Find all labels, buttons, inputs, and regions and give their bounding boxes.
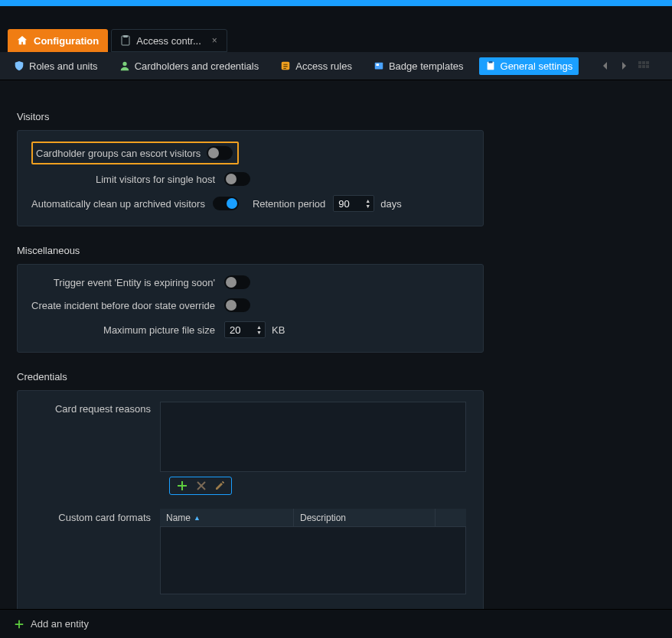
section-title-visitors: Visitors <box>17 111 655 122</box>
clipboard-icon <box>485 60 496 71</box>
label-cleanup-archived: Automatically clean up archived visitors <box>31 198 213 210</box>
subnav-access-rules[interactable]: Access rules <box>274 57 358 75</box>
svg-rect-5 <box>376 63 379 66</box>
stepper-value: 20 <box>230 324 253 336</box>
listbox-card-request-reasons[interactable] <box>160 402 466 472</box>
subnav-cardholders[interactable]: Cardholders and credentials <box>113 57 266 75</box>
column-header-name[interactable]: Name ▲ <box>160 509 294 526</box>
svg-rect-13 <box>646 65 649 68</box>
row-card-request-reasons: Card request reasons <box>31 402 469 472</box>
stepper-arrows-icon[interactable]: ▲▼ <box>256 324 262 335</box>
label-card-request-reasons: Card request reasons <box>31 402 160 415</box>
subnav-label: General settings <box>501 60 573 72</box>
sub-navigation: Roles and units Cardholders and credenti… <box>0 52 672 80</box>
subnav-label: Badge templates <box>389 60 464 72</box>
stepper-arrows-icon[interactable]: ▲▼ <box>365 198 370 209</box>
svg-rect-10 <box>646 61 649 64</box>
home-icon <box>17 35 28 46</box>
add-entity-icon[interactable] <box>14 619 24 630</box>
panel-visitors: Cardholder groups can escort visitors Li… <box>17 130 484 226</box>
add-entity-button[interactable]: Add an entity <box>31 618 89 630</box>
svg-rect-7 <box>488 61 492 63</box>
column-header-name-label: Name <box>166 513 191 523</box>
row-max-picture-size: Maximum picture file size 20 ▲▼ KB <box>31 321 469 338</box>
tab-access-control-label: Access contr... <box>136 35 201 47</box>
toggle-trigger-event[interactable] <box>224 275 250 289</box>
content-area: Visitors Cardholder groups can escort vi… <box>0 80 672 638</box>
unit-days: days <box>380 198 401 210</box>
subnav-general-settings[interactable]: General settings <box>479 57 579 75</box>
footer-bar: Add an entity <box>0 609 672 638</box>
clipboard-icon <box>121 35 130 46</box>
subnav-roles-and-units[interactable]: Roles and units <box>8 57 104 75</box>
table-body-empty[interactable] <box>160 527 466 594</box>
subnav-label: Roles and units <box>29 60 98 72</box>
row-limit-visitors: Limit visitors for single host <box>31 172 469 186</box>
label-limit-visitors: Limit visitors for single host <box>31 174 224 185</box>
section-title-credentials: Credentials <box>17 371 655 382</box>
label-max-picture-size: Maximum picture file size <box>31 324 224 336</box>
label-trigger-event: Trigger event 'Entity is expiring soon' <box>31 277 224 288</box>
label-escort-visitors: Cardholder groups can escort visitors <box>36 148 207 159</box>
stepper-retention-days[interactable]: 90 ▲▼ <box>333 195 374 212</box>
subnav-label: Cardholders and credentials <box>135 60 259 72</box>
label-custom-card-formats: Custom card formats <box>31 509 160 523</box>
edit-icon[interactable] <box>214 480 225 491</box>
svg-rect-8 <box>638 61 641 64</box>
row-escort-visitors: Cardholder groups can escort visitors <box>31 142 239 164</box>
row-incident-override: Create incident before door state overri… <box>31 298 469 312</box>
grid-icon[interactable] <box>638 61 649 70</box>
table-custom-card-formats: Name ▲ Description <box>160 509 466 594</box>
tab-configuration-label: Configuration <box>34 35 99 47</box>
toggle-escort-visitors[interactable] <box>207 146 233 160</box>
tab-configuration[interactable]: Configuration <box>8 29 108 52</box>
toggle-limit-visitors[interactable] <box>224 172 250 186</box>
label-incident-override: Create incident before door state overri… <box>31 300 224 311</box>
svg-rect-9 <box>642 61 645 64</box>
person-icon <box>119 60 130 71</box>
stepper-max-picture-size[interactable]: 20 ▲▼ <box>224 321 266 338</box>
column-header-description-label: Description <box>300 513 346 523</box>
label-retention-period: Retention period <box>253 198 325 210</box>
row-custom-card-formats: Custom card formats Name ▲ Description <box>31 509 469 594</box>
add-icon[interactable] <box>176 480 188 492</box>
svg-point-2 <box>122 62 126 66</box>
toggle-cleanup-archived[interactable] <box>213 197 239 210</box>
unit-kb: KB <box>272 324 285 336</box>
reason-action-bar <box>169 477 232 495</box>
section-title-misc: Miscellaneous <box>17 245 655 256</box>
close-icon[interactable]: × <box>212 35 217 46</box>
delete-icon[interactable] <box>196 480 207 491</box>
tab-access-control[interactable]: Access contr... × <box>111 29 227 52</box>
toggle-incident-override[interactable] <box>224 298 250 312</box>
panel-misc: Trigger event 'Entity is expiring soon' … <box>17 264 484 353</box>
subnav-badge-templates[interactable]: Badge templates <box>367 57 470 75</box>
main-tabs-bar: Configuration Access contr... × <box>0 6 672 52</box>
column-header-tail <box>435 509 466 526</box>
svg-rect-1 <box>123 35 128 37</box>
sort-asc-icon: ▲ <box>194 514 201 522</box>
column-header-description[interactable]: Description <box>294 509 435 526</box>
shield-icon <box>14 60 24 71</box>
nav-prev-icon[interactable] <box>602 61 609 70</box>
panel-credentials: Card request reasons Custom card formats… <box>17 390 484 614</box>
svg-rect-11 <box>638 65 641 68</box>
badge-icon <box>374 60 384 71</box>
svg-rect-12 <box>642 65 645 68</box>
table-header: Name ▲ Description <box>160 509 466 527</box>
nav-arrows <box>602 61 649 70</box>
window-top-strip <box>0 0 672 6</box>
nav-next-icon[interactable] <box>620 61 628 70</box>
row-cleanup-archived: Automatically clean up archived visitors… <box>31 195 469 212</box>
row-trigger-event: Trigger event 'Entity is expiring soon' <box>31 275 469 289</box>
subnav-label: Access rules <box>295 60 352 72</box>
rules-icon <box>280 60 291 71</box>
stepper-value: 90 <box>338 198 362 210</box>
